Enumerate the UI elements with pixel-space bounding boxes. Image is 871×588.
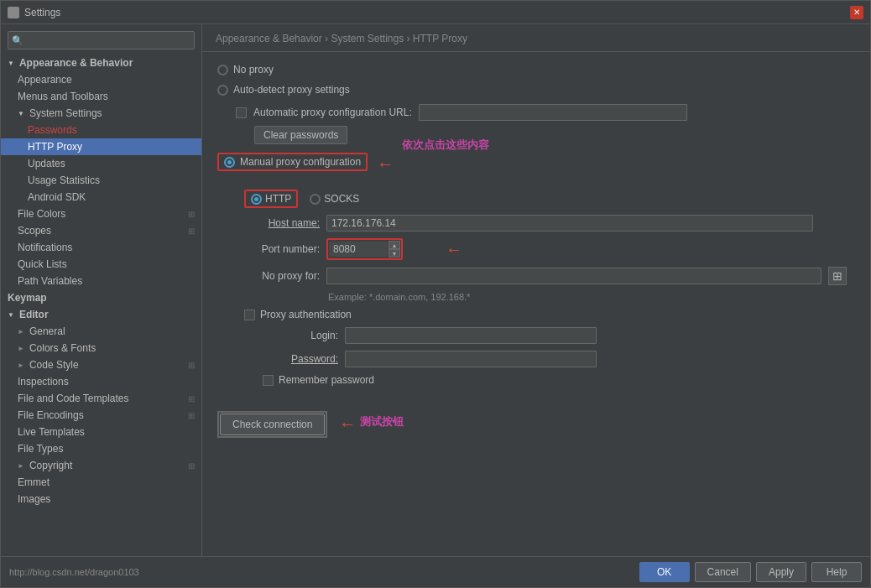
password-row: Password: [263,351,847,367]
no-proxy-for-input[interactable] [326,268,821,284]
icon-scopes: ⊞ [188,226,195,236]
add-no-proxy-button[interactable]: ⊞ [828,267,847,285]
no-proxy-for-row: No proxy for: ⊞ [244,267,847,285]
sidebar-item-colors-fonts[interactable]: ► Colors & Fonts [1,340,201,356]
search-box[interactable]: 🔍 [8,31,195,49]
proxy-auth-row[interactable]: Proxy authentication [244,309,847,320]
sidebar-item-file-colors[interactable]: File Colors ⊞ [1,206,201,222]
auto-detect-label: Auto-detect proxy settings [233,84,350,96]
host-input[interactable] [326,215,813,232]
sidebar-item-path-variables[interactable]: Path Variables [1,273,201,289]
bottom-url: http://blog.csdn.net/dragon0103 [9,567,634,577]
port-input[interactable] [329,242,388,257]
annotation-click-text: 依次点击这些内容 [402,138,489,153]
sidebar-item-appearance[interactable]: Appearance [1,71,201,88]
host-label: Host name: [244,217,320,229]
check-conn-border: Check connection [217,411,327,438]
sidebar-item-updates[interactable]: Updates [1,155,201,172]
triangle-icon: ► [18,462,24,470]
sidebar-item-keymap[interactable]: Keymap [1,289,201,306]
sidebar-item-live-templates[interactable]: Live Templates [1,424,201,440]
icon-file-encodings: ⊞ [188,411,195,420]
http-radio[interactable] [251,194,262,205]
socks-radio[interactable] [310,194,321,205]
remember-row[interactable]: Remember password [263,374,847,386]
http-radio-wrapper[interactable]: HTTP [244,190,298,208]
sidebar-item-system-settings[interactable]: ▼ System Settings [1,105,201,122]
sidebar-item-scopes[interactable]: Scopes ⊞ [1,222,201,239]
manual-group: HTTP SOCKS Host name: Port [236,183,855,403]
remember-checkbox[interactable] [263,375,274,386]
sidebar-item-file-code-templates[interactable]: File and Code Templates ⊞ [1,390,201,407]
socks-radio-wrapper[interactable]: SOCKS [310,193,359,205]
http-socks-row: HTTP SOCKS [244,190,847,208]
login-row: Login: [263,327,847,344]
port-label: Port number: [244,243,320,255]
sidebar-item-file-encodings[interactable]: File Encodings ⊞ [1,407,201,424]
proxy-auth-checkbox[interactable] [244,310,255,320]
sidebar-item-android-sdk[interactable]: Android SDK [1,189,201,206]
settings-window: Settings ✕ 🔍 ▼ Appearance & Behavior App… [0,0,871,588]
no-proxy-for-label: No proxy for: [244,270,320,282]
sidebar-item-menus-toolbars[interactable]: Menus and Toolbars [1,88,201,105]
manual-proxy-label: Manual proxy configuration [240,156,361,168]
main-content: 🔍 ▼ Appearance & Behavior Appearance Men… [1,24,870,556]
manual-proxy-radio[interactable] [224,157,235,168]
sidebar-item-emmet[interactable]: Emmet [1,474,201,491]
apply-button[interactable]: Apply [756,562,806,582]
port-decrement-button[interactable]: ▼ [389,249,400,258]
check-conn-area: Check connection 测试按钮 ← [217,411,327,438]
auto-url-row: Automatic proxy configuration URL: [236,104,855,121]
close-button[interactable]: ✕ [850,6,863,19]
port-increment-button[interactable]: ▲ [389,241,400,249]
ok-button[interactable]: OK [639,562,690,582]
login-input[interactable] [345,327,597,344]
password-label: Password: [263,353,338,365]
sidebar-item-appearance-behavior[interactable]: ▼ Appearance & Behavior [1,55,201,71]
check-connection-button[interactable]: Check connection [220,414,325,435]
icon-code-style: ⊞ [188,361,195,370]
window-title: Settings [24,7,60,18]
icon-copyright: ⊞ [188,461,195,471]
sidebar-item-general[interactable]: ► General [1,323,201,340]
triangle-icon: ▼ [18,110,24,117]
sidebar-item-editor[interactable]: ▼ Editor [1,306,201,323]
sidebar-item-passwords[interactable]: Passwords [1,122,201,138]
sidebar-item-copyright[interactable]: ► Copyright ⊞ [1,457,201,474]
search-icon: 🔍 [12,35,23,46]
help-button[interactable]: Help [811,562,862,582]
socks-label: SOCKS [324,193,359,205]
search-input[interactable] [8,31,195,49]
auto-detect-radio[interactable] [217,85,228,96]
arrow-annotation-2: ← [446,240,462,259]
port-spinner: ▲ ▼ [389,241,400,258]
sidebar-item-code-style[interactable]: ► Code Style ⊞ [1,356,201,373]
annotation-test-btn: 测试按钮 [360,414,404,429]
app-icon [8,7,19,18]
remember-label: Remember password [279,374,374,386]
arrow-annotation-1: ← [377,154,394,174]
sidebar-item-images[interactable]: Images [1,491,201,507]
auto-url-checkbox[interactable] [236,107,247,118]
sidebar-item-http-proxy[interactable]: HTTP Proxy [1,138,201,155]
manual-proxy-row[interactable]: Manual proxy configuration [217,153,368,171]
sidebar-item-file-types[interactable]: File Types [1,440,201,457]
sidebar-item-inspections[interactable]: Inspections [1,373,201,390]
sidebar-item-notifications[interactable]: Notifications [1,239,201,256]
auto-url-label: Automatic proxy configuration URL: [253,107,412,118]
no-proxy-row[interactable]: No proxy [217,64,855,75]
sidebar-item-usage-statistics[interactable]: Usage Statistics [1,172,201,189]
host-row: Host name: [244,215,847,232]
password-input[interactable] [345,351,597,367]
auto-detect-group: Automatic proxy configuration URL: Clear… [236,104,855,144]
title-bar-left: Settings [8,7,60,18]
no-proxy-radio[interactable] [217,65,228,75]
clear-passwords-button[interactable]: Clear passwords [254,126,347,144]
proxy-auth-label: Proxy authentication [260,309,352,320]
auto-detect-row[interactable]: Auto-detect proxy settings [217,84,855,96]
cancel-button[interactable]: Cancel [695,562,751,582]
settings-panel: No proxy Auto-detect proxy settings Auto… [202,52,870,556]
no-proxy-label: No proxy [233,64,274,75]
sidebar-item-quick-lists[interactable]: Quick Lists [1,256,201,273]
auto-url-input[interactable] [419,104,687,121]
